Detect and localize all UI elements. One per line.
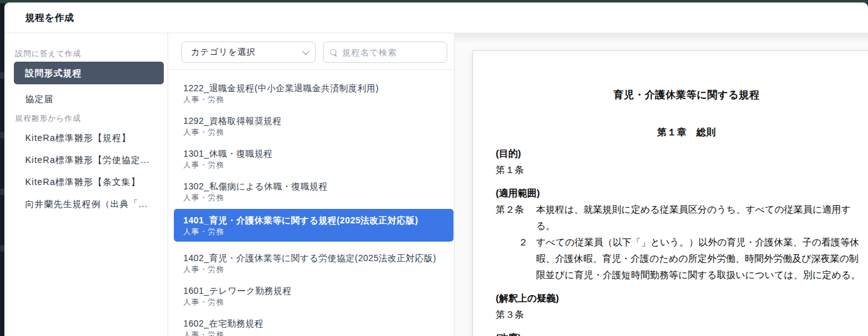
doc-text: 暇、介護休暇、育児・介護のための所定外労働、時間外労働及び深夜業の制 (536, 250, 860, 267)
list-item[interactable]: 1602_在宅勤務規程人事・労務 (168, 317, 454, 336)
doc-article-label: 第２条 (496, 201, 536, 234)
document-body: (目的)第１条(適用範囲)第２条本規程は、就業規則に定める従業員区分のうち、すべ… (496, 145, 868, 336)
list-item-title: 1301_休職・復職規程 (183, 147, 454, 160)
list-item-title: 1401_育児・介護休業等に関する規程(2025法改正対応版) (183, 214, 446, 227)
regulation-template-list: 1222_退職金規程(中小企業退職金共済制度利用)人事・労務1292_資格取得報… (168, 70, 454, 336)
list-item[interactable]: 1601_テレワーク勤務規程人事・労務 (168, 284, 454, 307)
sidebar-section-label: 規程雛形から作成 (15, 114, 168, 123)
sidebar-item-template-2[interactable]: KiteRa標準雛形【条文集】 (25, 176, 168, 188)
sidebar-item-template-3[interactable]: 向井蘭先生規程例（出典「... (25, 198, 168, 210)
sidebar-item-mode-0[interactable]: 設問形式規程 (14, 62, 164, 84)
list-item[interactable]: 1402_育児・介護休業等に関する労使協定(2025法改正対応版)人事・労務 (168, 252, 454, 274)
underlay-sliver-mark (0, 72, 4, 79)
doc-text: 限並びに育児・介護短時間勤務等に関する取扱いについては、別に定める。 (536, 267, 860, 283)
underlay-sliver-mark (0, 132, 4, 138)
list-item[interactable]: 1302_私傷病による休職・復職規程人事・労務 (168, 180, 454, 203)
list-item-category: 人事・労務 (183, 227, 446, 237)
list-item[interactable]: 1301_休職・復職規程人事・労務 (168, 147, 454, 170)
doc-text: る。 (536, 218, 851, 234)
doc-text: 本規程は、就業規則に定める従業員区分のうち、すべての従業員に適用す (536, 201, 851, 218)
create-regulation-modal: 規程を作成 設問に答えて作成設問形式規程協定届規程雛形から作成KiteRa標準雛… (4, 3, 868, 336)
list-item-category: 人事・労務 (183, 127, 454, 137)
modal-header: 規程を作成 (4, 3, 868, 33)
underlay-left-sliver (0, 3, 4, 336)
sidebar-section-label: 設問に答えて作成 (15, 49, 168, 59)
page-title: 規程を作成 (25, 12, 74, 24)
document-title: 育児・介護休業等に関する規程 (496, 89, 868, 101)
list-item-category: 人事・労務 (183, 330, 454, 336)
sidebar-item-mode-1[interactable]: 協定届 (25, 93, 168, 105)
underlay-sliver-mark (0, 245, 4, 252)
doc-heading: (目的) (496, 145, 868, 162)
search-input[interactable] (342, 48, 440, 57)
document-page: 育児・介護休業等に関する規程 第１章 総則 (目的)第１条(適用範囲)第２条本規… (472, 50, 868, 336)
list-item-title: 1601_テレワーク勤務規程 (183, 284, 454, 297)
list-item-title: 1402_育児・介護休業等に関する労使協定(2025法改正対応版) (183, 252, 454, 264)
list-filter-bar: カテゴリを選択 (168, 33, 454, 70)
list-item-title: 1302_私傷病による休職・復職規程 (183, 180, 454, 193)
modal-body: 設問に答えて作成設問形式規程協定届規程雛形から作成KiteRa標準雛形【規程】K… (4, 33, 868, 336)
doc-text: 第１条 (496, 162, 868, 178)
list-item-category: 人事・労務 (183, 297, 454, 307)
list-item-category: 人事・労務 (183, 160, 454, 170)
list-item-title: 1602_在宅勤務規程 (183, 317, 454, 330)
doc-article-label: ２ (518, 234, 536, 283)
doc-article: 第２条本規程は、就業規則に定める従業員区分のうち、すべての従業員に適用する。 (496, 201, 868, 234)
list-item-title: 1292_資格取得報奨規程 (183, 115, 454, 127)
list-item-title: 1222_退職金規程(中小企業退職金共済制度利用) (183, 82, 454, 94)
document-preview-pane: 育児・介護休業等に関する規程 第１章 総則 (目的)第１条(適用範囲)第２条本規… (455, 33, 868, 336)
list-item[interactable]: 1222_退職金規程(中小企業退職金共済制度利用)人事・労務 (168, 82, 454, 104)
creation-mode-sidebar: 設問に答えて作成設問形式規程協定届規程雛形から作成KiteRa標準雛形【規程】K… (4, 33, 168, 336)
doc-heading: (改廃) (496, 330, 868, 336)
doc-heading: (適用範囲) (496, 185, 868, 201)
doc-article: ２すべての従業員（以下「」という。）以外の育児・介護休業、子の看護等休暇、介護休… (496, 234, 868, 283)
template-list-panel: カテゴリを選択 1222_退職金規程(中小企業退職金共済制度利用)人事・労務12… (168, 33, 455, 336)
search-icon (330, 49, 337, 56)
list-item[interactable]: 1292_資格取得報奨規程人事・労務 (168, 115, 454, 137)
underlay-sliver-mark (0, 189, 4, 195)
doc-text: 第３条 (496, 306, 868, 323)
document-chapter-heading: 第１章 総則 (496, 126, 868, 138)
search-field[interactable] (323, 42, 447, 63)
doc-text: すべての従業員（以下「」という。）以外の育児・介護休業、子の看護等休 (536, 234, 860, 250)
list-item-category: 人事・労務 (183, 193, 454, 203)
category-select[interactable]: カテゴリを選択 (181, 42, 316, 63)
list-item-category: 人事・労務 (183, 94, 454, 104)
sidebar-item-template-0[interactable]: KiteRa標準雛形【規程】 (25, 132, 168, 144)
doc-article-lines: 本規程は、就業規則に定める従業員区分のうち、すべての従業員に適用する。 (536, 201, 851, 234)
doc-heading: (解釈上の疑義) (496, 290, 868, 306)
sidebar-item-template-1[interactable]: KiteRa標準雛形【労使協定... (25, 154, 168, 166)
chevron-down-icon (302, 48, 309, 55)
list-item[interactable]: 1401_育児・介護休業等に関する規程(2025法改正対応版)人事・労務 (174, 209, 454, 242)
doc-article-lines: すべての従業員（以下「」という。）以外の育児・介護休業、子の看護等休暇、介護休暇… (536, 234, 860, 283)
list-item-category: 人事・労務 (183, 264, 454, 274)
category-select-value: カテゴリを選択 (191, 47, 302, 58)
